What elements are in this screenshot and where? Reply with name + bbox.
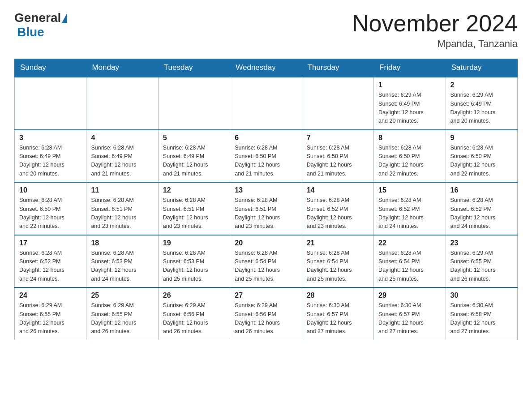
day-number: 30 <box>450 291 513 300</box>
title-section: November 2024 Mpanda, Tanzania <box>352 11 518 50</box>
calendar-cell: 5Sunrise: 6:28 AMSunset: 6:49 PMDaylight… <box>158 130 230 183</box>
page-header: General Blue November 2024 Mpanda, Tanza… <box>14 11 518 50</box>
day-number: 29 <box>378 291 441 300</box>
month-title: November 2024 <box>352 11 518 36</box>
day-number: 3 <box>19 134 82 142</box>
day-info: Sunrise: 6:28 AMSunset: 6:53 PMDaylight:… <box>91 249 153 284</box>
calendar-cell: 8Sunrise: 6:28 AMSunset: 6:50 PMDaylight… <box>374 130 446 183</box>
day-info: Sunrise: 6:28 AMSunset: 6:54 PMDaylight:… <box>307 249 369 284</box>
calendar-cell: 9Sunrise: 6:28 AMSunset: 6:50 PMDaylight… <box>446 130 517 183</box>
calendar-header-row: SundayMondayTuesdayWednesdayThursdayFrid… <box>15 59 518 77</box>
calendar-cell: 30Sunrise: 6:30 AMSunset: 6:58 PMDayligh… <box>446 287 517 340</box>
calendar-cell: 1Sunrise: 6:29 AMSunset: 6:49 PMDaylight… <box>374 77 446 130</box>
day-info: Sunrise: 6:30 AMSunset: 6:57 PMDaylight:… <box>307 301 369 336</box>
calendar-cell: 3Sunrise: 6:28 AMSunset: 6:49 PMDaylight… <box>15 130 86 183</box>
calendar-cell: 19Sunrise: 6:28 AMSunset: 6:53 PMDayligh… <box>158 235 230 288</box>
day-number: 25 <box>91 291 153 300</box>
calendar-cell <box>15 77 86 130</box>
calendar-cell: 10Sunrise: 6:28 AMSunset: 6:50 PMDayligh… <box>15 182 86 235</box>
logo-triangle-icon <box>62 13 67 23</box>
calendar-week-row: 24Sunrise: 6:29 AMSunset: 6:55 PMDayligh… <box>15 287 518 340</box>
calendar-cell: 14Sunrise: 6:28 AMSunset: 6:52 PMDayligh… <box>302 182 373 235</box>
day-number: 9 <box>450 134 513 142</box>
day-info: Sunrise: 6:28 AMSunset: 6:51 PMDaylight:… <box>91 196 153 231</box>
day-number: 11 <box>91 186 153 194</box>
calendar-cell: 23Sunrise: 6:29 AMSunset: 6:55 PMDayligh… <box>446 235 517 288</box>
day-info: Sunrise: 6:28 AMSunset: 6:49 PMDaylight:… <box>91 144 153 179</box>
calendar-cell <box>158 77 230 130</box>
calendar-week-row: 17Sunrise: 6:28 AMSunset: 6:52 PMDayligh… <box>15 235 518 288</box>
weekday-header-friday: Friday <box>374 59 446 77</box>
calendar-cell: 20Sunrise: 6:28 AMSunset: 6:54 PMDayligh… <box>230 235 302 288</box>
day-info: Sunrise: 6:28 AMSunset: 6:49 PMDaylight:… <box>19 144 82 179</box>
day-info: Sunrise: 6:28 AMSunset: 6:50 PMDaylight:… <box>450 144 513 179</box>
day-number: 24 <box>19 291 82 300</box>
calendar-cell: 17Sunrise: 6:28 AMSunset: 6:52 PMDayligh… <box>15 235 86 288</box>
weekday-header-sunday: Sunday <box>15 59 86 77</box>
logo-blue-text: Blue <box>17 25 44 39</box>
weekday-header-wednesday: Wednesday <box>230 59 302 77</box>
calendar-cell: 26Sunrise: 6:29 AMSunset: 6:56 PMDayligh… <box>158 287 230 340</box>
day-number: 17 <box>19 239 82 247</box>
calendar-cell: 25Sunrise: 6:29 AMSunset: 6:55 PMDayligh… <box>86 287 158 340</box>
day-number: 27 <box>235 291 297 300</box>
calendar-cell <box>302 77 373 130</box>
calendar-cell: 12Sunrise: 6:28 AMSunset: 6:51 PMDayligh… <box>158 182 230 235</box>
weekday-header-saturday: Saturday <box>446 59 517 77</box>
day-number: 4 <box>91 134 153 142</box>
day-info: Sunrise: 6:28 AMSunset: 6:50 PMDaylight:… <box>235 144 297 179</box>
day-info: Sunrise: 6:28 AMSunset: 6:51 PMDaylight:… <box>163 196 225 231</box>
weekday-header-monday: Monday <box>86 59 158 77</box>
day-number: 15 <box>378 186 441 194</box>
day-number: 14 <box>307 186 369 194</box>
day-info: Sunrise: 6:28 AMSunset: 6:52 PMDaylight:… <box>19 249 82 284</box>
day-info: Sunrise: 6:29 AMSunset: 6:49 PMDaylight:… <box>378 91 441 126</box>
day-info: Sunrise: 6:28 AMSunset: 6:54 PMDaylight:… <box>235 249 297 284</box>
day-number: 1 <box>378 81 441 89</box>
calendar-cell: 15Sunrise: 6:28 AMSunset: 6:52 PMDayligh… <box>374 182 446 235</box>
day-number: 13 <box>235 186 297 194</box>
day-info: Sunrise: 6:28 AMSunset: 6:50 PMDaylight:… <box>307 144 369 179</box>
calendar-table: SundayMondayTuesdayWednesdayThursdayFrid… <box>14 59 518 340</box>
calendar-cell: 16Sunrise: 6:28 AMSunset: 6:52 PMDayligh… <box>446 182 517 235</box>
day-info: Sunrise: 6:29 AMSunset: 6:55 PMDaylight:… <box>91 301 153 336</box>
calendar-cell: 7Sunrise: 6:28 AMSunset: 6:50 PMDaylight… <box>302 130 373 183</box>
day-info: Sunrise: 6:28 AMSunset: 6:53 PMDaylight:… <box>163 249 225 284</box>
weekday-header-thursday: Thursday <box>302 59 373 77</box>
day-info: Sunrise: 6:28 AMSunset: 6:50 PMDaylight:… <box>19 196 82 231</box>
day-info: Sunrise: 6:28 AMSunset: 6:52 PMDaylight:… <box>378 196 441 231</box>
day-info: Sunrise: 6:30 AMSunset: 6:57 PMDaylight:… <box>378 301 441 336</box>
calendar-cell: 18Sunrise: 6:28 AMSunset: 6:53 PMDayligh… <box>86 235 158 288</box>
calendar-cell: 11Sunrise: 6:28 AMSunset: 6:51 PMDayligh… <box>86 182 158 235</box>
logo-general-text: General <box>14 11 61 25</box>
weekday-header-tuesday: Tuesday <box>158 59 230 77</box>
calendar-cell: 28Sunrise: 6:30 AMSunset: 6:57 PMDayligh… <box>302 287 373 340</box>
day-number: 16 <box>450 186 513 194</box>
day-info: Sunrise: 6:28 AMSunset: 6:52 PMDaylight:… <box>307 196 369 231</box>
calendar-cell: 13Sunrise: 6:28 AMSunset: 6:51 PMDayligh… <box>230 182 302 235</box>
day-info: Sunrise: 6:29 AMSunset: 6:55 PMDaylight:… <box>19 301 82 336</box>
calendar-cell <box>230 77 302 130</box>
calendar-cell <box>86 77 158 130</box>
day-info: Sunrise: 6:29 AMSunset: 6:56 PMDaylight:… <box>235 301 297 336</box>
calendar-week-row: 1Sunrise: 6:29 AMSunset: 6:49 PMDaylight… <box>15 77 518 130</box>
day-number: 20 <box>235 239 297 247</box>
day-number: 22 <box>378 239 441 247</box>
day-info: Sunrise: 6:29 AMSunset: 6:56 PMDaylight:… <box>163 301 225 336</box>
calendar-cell: 21Sunrise: 6:28 AMSunset: 6:54 PMDayligh… <box>302 235 373 288</box>
day-info: Sunrise: 6:28 AMSunset: 6:54 PMDaylight:… <box>378 249 441 284</box>
calendar-cell: 2Sunrise: 6:29 AMSunset: 6:49 PMDaylight… <box>446 77 517 130</box>
day-info: Sunrise: 6:28 AMSunset: 6:49 PMDaylight:… <box>163 144 225 179</box>
day-number: 10 <box>19 186 82 194</box>
day-number: 12 <box>163 186 225 194</box>
calendar-cell: 6Sunrise: 6:28 AMSunset: 6:50 PMDaylight… <box>230 130 302 183</box>
day-info: Sunrise: 6:28 AMSunset: 6:51 PMDaylight:… <box>235 196 297 231</box>
calendar-cell: 22Sunrise: 6:28 AMSunset: 6:54 PMDayligh… <box>374 235 446 288</box>
calendar-week-row: 10Sunrise: 6:28 AMSunset: 6:50 PMDayligh… <box>15 182 518 235</box>
day-number: 5 <box>163 134 225 142</box>
calendar-cell: 24Sunrise: 6:29 AMSunset: 6:55 PMDayligh… <box>15 287 86 340</box>
calendar-cell: 29Sunrise: 6:30 AMSunset: 6:57 PMDayligh… <box>374 287 446 340</box>
day-number: 28 <box>307 291 369 300</box>
day-number: 2 <box>450 81 513 89</box>
day-number: 7 <box>307 134 369 142</box>
